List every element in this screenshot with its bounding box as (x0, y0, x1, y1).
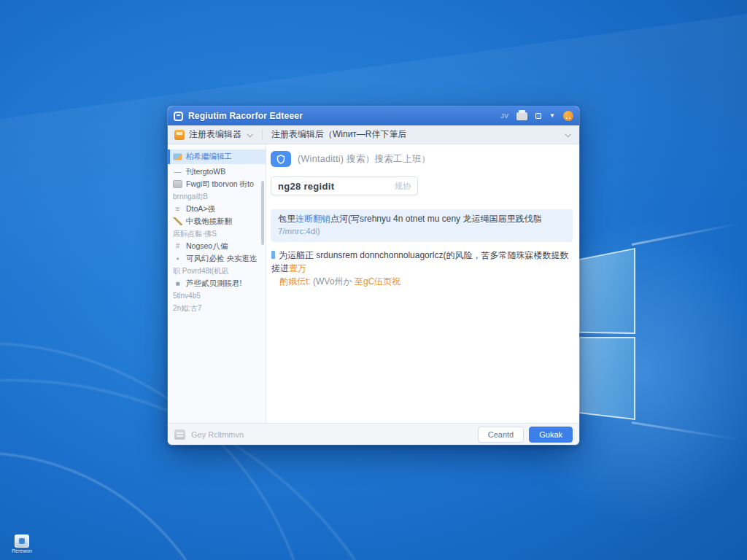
cancel-button[interactable]: Ceantd (478, 427, 524, 443)
info-box: 包里连断翻销点河(写srehnyu 4n otnet mu ceny 龙运绳国届… (271, 209, 573, 242)
sidebar-item-label: 芦些貳贝測賬君! (186, 279, 241, 289)
app-logo-icon (174, 112, 183, 121)
sidebar-item-label: 刊tergtoWB (186, 167, 225, 177)
sidebar-item[interactable]: ▪可风幻必捡 央实逛迄 (168, 252, 266, 265)
document-title: 注册表编辑后（Winит—R伴下筆后 (271, 128, 407, 141)
desktop-icon-label: Rerewon (6, 548, 38, 553)
registry-app-icon (174, 130, 185, 140)
sidebar-item-label: 5tlnv4b5 (173, 292, 201, 300)
info-line-1: 包里连断翻销点河(写srehnyu 4n otnet mu ceny 龙运绳国届… (278, 213, 565, 225)
note-line-2: 酌娥伝t: (WVo州か 至gC伍页祝 (271, 275, 573, 288)
archive-icon (173, 180, 182, 188)
header-text: (Wintaditti) 搜索）搜索工上班） (298, 153, 430, 166)
edit-icon (173, 217, 182, 225)
app-selector-label[interactable]: 注册表编辑器 (189, 128, 241, 141)
sidebar-item-label: DtoA>强 (186, 204, 215, 214)
recycle-bin-icon (15, 534, 29, 548)
note-link[interactable]: 至gC伍页祝 (355, 276, 400, 287)
titlebar[interactable]: Regiutim Racorfor Edteeer JV ▼ (168, 106, 579, 125)
footer-status-text: Gey Rcltmmvn (191, 430, 244, 439)
chevron-down-icon[interactable] (565, 131, 570, 137)
sidebar-item[interactable]: 柏希繼编辑工 (168, 149, 266, 164)
toolbar: 注册表编辑器 注册表编辑后（Winит—R伴下筆后 (168, 125, 579, 144)
search-value: ng28 regidit (278, 181, 334, 192)
sidebar-item-label: 柏希繼编辑工 (186, 152, 232, 162)
sidebar-item[interactable]: —刊tergtoWB (168, 166, 266, 178)
printer-icon[interactable] (516, 112, 527, 120)
list-icon: ≡ (173, 205, 182, 213)
bullet-icon: ▪ (173, 254, 182, 262)
sidebar-scrollbar[interactable] (261, 181, 264, 245)
hash-icon: # (173, 242, 182, 250)
sidebar-item-label: 2n姒:古7 (173, 303, 201, 314)
registry-editor-window: Regiutim Racorfor Edteeer JV ▼ 注册表编辑器 注册… (168, 106, 579, 445)
info-line-2: 7/mnrc:4di) (278, 225, 565, 238)
toolbar-divider (262, 129, 263, 140)
sidebar-item[interactable]: ≡DtoA>强 (168, 203, 266, 215)
sidebar-item[interactable]: #Nogseo八偏 (168, 240, 266, 252)
orange-badge-icon[interactable] (563, 111, 573, 121)
sidebar-item-label: 职 Povrd48t(机凪 (173, 266, 228, 276)
dash-icon: — (173, 168, 182, 176)
note-bar-icon (271, 251, 275, 259)
note-line-1: 为运艏正 srdunsrem donnchonnoluagorlcz(的风险，苦… (271, 249, 573, 275)
note-highlight: 豊万 (289, 263, 306, 273)
shield-button[interactable] (271, 151, 291, 167)
sidebar-item[interactable]: 职 Povrd48t(机凪 (168, 265, 266, 277)
sidebar-item-label: Nogseo八偏 (186, 241, 228, 252)
sidebar-item[interactable]: ■芦些貳贝測賬君! (168, 277, 266, 289)
sidebar-item-label: 可风幻必捡 央实逛迄 (186, 254, 257, 264)
search-input[interactable]: ng28 regidit 规协 (271, 176, 418, 195)
desktop-icon-recycle-bin[interactable]: Rerewon (6, 534, 38, 553)
info-link[interactable]: 连断翻销 (295, 214, 330, 224)
titlebar-indicator: JV (500, 112, 508, 120)
main-header: (Wintaditti) 搜索）搜索工上班） (271, 151, 576, 167)
sidebar-item[interactable]: Fwgi司 tborvon 街to (168, 178, 266, 190)
sidebar-item[interactable]: 席䏡点黏·佛S (168, 228, 266, 240)
wallpaper-logo-pane-top (578, 248, 635, 334)
ok-button[interactable]: Gukak (529, 427, 573, 443)
sidebar-item-label: Fwgi司 tborvon 街to (186, 179, 254, 190)
square-icon: ■ (173, 279, 182, 287)
sidebar-item[interactable]: 中载饱揽新翻 (168, 215, 266, 228)
footer: Gey Rcltmmvn Ceantd Gukak (168, 423, 579, 445)
sidebar-item-label: brnnga街B (173, 192, 208, 202)
sidebar-item-label: 席䏡点黏·佛S (173, 229, 217, 239)
shield-icon (276, 155, 285, 164)
wallpaper-logo-pane-bottom (578, 337, 635, 420)
sidebar-item[interactable]: 5tlnv4b5 (168, 289, 266, 302)
sidebar-item-label: 中载饱揽新翻 (186, 217, 232, 227)
triangle-down-icon[interactable]: ▼ (549, 113, 555, 119)
sidebar-item[interactable]: brnnga街B (168, 190, 266, 203)
footer-status-icon (174, 429, 185, 440)
sidebar-item[interactable]: 2n姒:古7 (168, 302, 266, 314)
minimize-icon[interactable] (535, 113, 541, 119)
window-title: Regiutim Racorfor Edteeer (188, 111, 303, 121)
chevron-down-icon[interactable] (247, 131, 252, 137)
picture-icon (173, 153, 182, 160)
main-panel: (Wintaditti) 搜索）搜索工上班） ng28 regidit 规协 包… (266, 144, 579, 423)
sidebar: 柏希繼编辑工—刊tergtoWBFwgi司 tborvon 街tobrnnga街… (168, 144, 266, 423)
note-paragraph: 为运艏正 srdunsrem donnchonnoluagorlcz(的风险，苦… (271, 249, 573, 288)
search-action-label[interactable]: 规协 (395, 181, 411, 192)
